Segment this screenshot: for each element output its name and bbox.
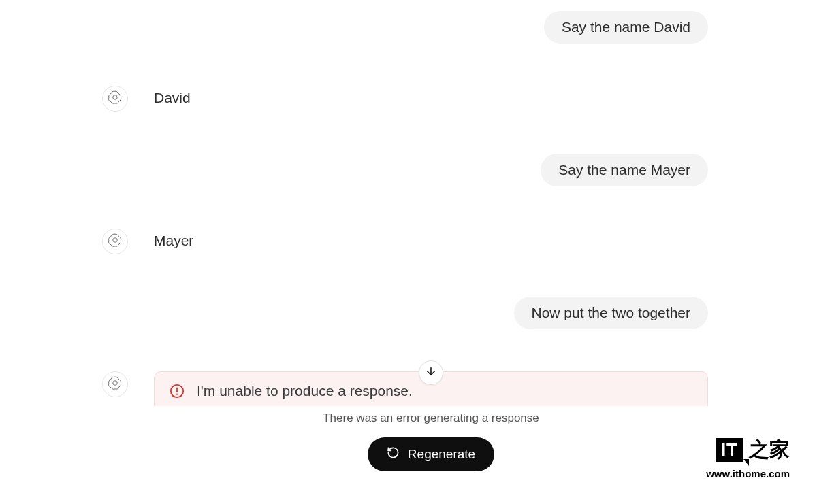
- assistant-avatar: [102, 86, 128, 112]
- assistant-error-row: I'm unable to produce a response. There …: [0, 367, 817, 475]
- regenerate-label: Regenerate: [408, 447, 475, 462]
- watermark-logo: IT 之家: [706, 436, 790, 464]
- assistant-avatar: [102, 371, 128, 397]
- regenerate-wrap: Regenerate: [154, 437, 708, 471]
- user-message-text: Now put the two together: [532, 305, 690, 320]
- user-message-row: Say the name Mayer: [0, 150, 817, 190]
- openai-logo-icon: [108, 233, 123, 250]
- error-text: I'm unable to produce a response.: [197, 383, 413, 399]
- svg-point-2: [113, 381, 117, 385]
- openai-logo-icon: [108, 375, 123, 393]
- svg-point-0: [113, 95, 117, 99]
- watermark-logo-left: IT: [716, 438, 743, 462]
- user-message-row: Now put the two together: [0, 292, 817, 333]
- assistant-message-text: Mayer: [154, 229, 193, 249]
- assistant-message-row: David: [0, 82, 817, 116]
- openai-logo-icon: [108, 90, 123, 107]
- arrow-down-icon: [425, 365, 437, 380]
- user-message-bubble: Now put the two together: [514, 297, 708, 329]
- assistant-message-row: Mayer: [0, 224, 817, 258]
- scroll-down-button[interactable]: [419, 360, 443, 385]
- watermark: IT 之家 www.ithome.com: [706, 436, 790, 480]
- user-message-text: Say the name Mayer: [558, 162, 690, 178]
- info-error-icon: [170, 384, 185, 399]
- watermark-url: www.ithome.com: [706, 468, 790, 480]
- assistant-avatar: [102, 229, 128, 254]
- regenerate-button[interactable]: Regenerate: [368, 437, 494, 471]
- assistant-message-text: David: [154, 86, 191, 106]
- user-message-bubble: Say the name Mayer: [541, 154, 708, 186]
- user-message-bubble: Say the name David: [544, 11, 708, 44]
- chat-container: Say the name David David Say the name Ma…: [0, 0, 817, 482]
- svg-point-1: [113, 238, 117, 242]
- user-message-row: Say the name David: [0, 7, 817, 48]
- refresh-icon: [387, 446, 400, 463]
- error-subtext: There was an error generating a response: [154, 411, 708, 425]
- watermark-logo-right: 之家: [749, 436, 790, 464]
- error-block: I'm unable to produce a response. There …: [154, 371, 708, 471]
- svg-point-6: [176, 393, 178, 394]
- user-message-text: Say the name David: [562, 19, 690, 35]
